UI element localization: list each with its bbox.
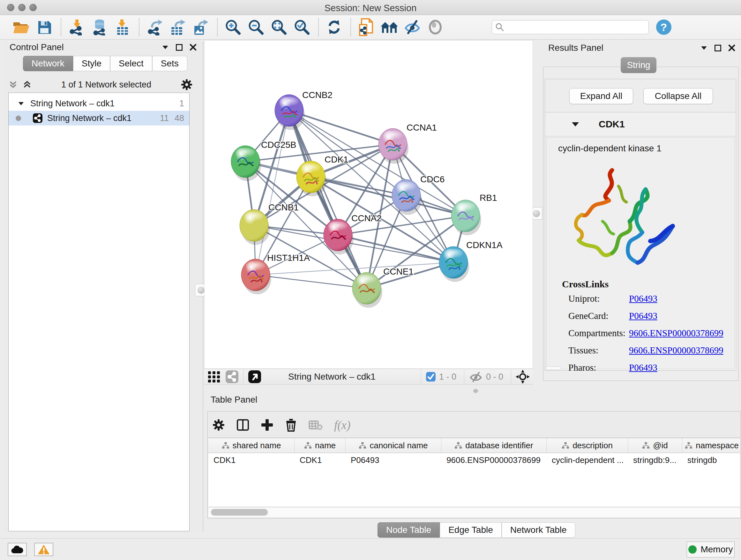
node-CCNE1[interactable] [352, 272, 382, 308]
table-cell[interactable]: 9606.ENSP00000378699 [441, 453, 547, 467]
float-panel-button[interactable] [162, 46, 168, 49]
table-toolbar: f(x) [212, 415, 350, 435]
table-cell[interactable]: CDK1 [208, 453, 294, 467]
export-image-button[interactable] [192, 18, 210, 37]
tab-edge-table[interactable]: Edge Table [440, 522, 502, 538]
table-cell[interactable]: stringdb [682, 453, 740, 467]
crosslinks-title: CrossLinks [562, 279, 609, 290]
home-button[interactable] [380, 18, 399, 37]
hidden-eye-icon[interactable] [469, 371, 483, 382]
node-CDK1[interactable] [296, 161, 327, 196]
import-string-network-button[interactable] [357, 18, 376, 37]
table-options-gear-icon[interactable] [212, 419, 225, 431]
crosslink-link[interactable]: P06493 [629, 362, 657, 373]
tab-sets[interactable]: Sets [152, 56, 187, 71]
node-result-header[interactable]: CDK1 [545, 112, 736, 136]
column-header-label: description [572, 441, 613, 450]
collapse-all-icon[interactable] [8, 80, 18, 89]
column-header-canonical-name[interactable]: canonical name [346, 438, 441, 453]
tab-network-table[interactable]: Network Table [502, 522, 576, 538]
export-table-button[interactable] [169, 18, 187, 37]
refresh-button[interactable] [325, 18, 343, 37]
column-header-name[interactable]: name [294, 438, 346, 453]
tab-style[interactable]: Style [73, 56, 110, 71]
zoom-in-button[interactable] [224, 18, 242, 37]
selected-checkbox-icon[interactable] [426, 372, 436, 382]
network-view-canvas[interactable]: CCNB2CCNA1CDC25BCDK1CDC6RB1CCNB1CCNA2CDK… [204, 40, 533, 369]
scrollbar-thumb[interactable] [211, 509, 268, 516]
horizontal-splitter-handle[interactable] [473, 389, 478, 393]
control-panel-title: Control Panel [10, 42, 64, 52]
import-table-button[interactable] [113, 18, 132, 37]
node-CDKN1A[interactable] [439, 246, 469, 282]
network-collection-row[interactable]: String Network – cdk1 1 [9, 96, 189, 111]
network-share-view-icon[interactable] [225, 370, 239, 383]
table-row[interactable]: CDK1CDK1P064939606.ENSP00000378699cyclin… [208, 453, 740, 467]
results-scrollbar[interactable] [546, 367, 561, 370]
cloud-status-button[interactable] [8, 543, 27, 556]
zoom-out-button[interactable] [247, 18, 265, 37]
help-button[interactable]: ? [655, 18, 673, 37]
save-session-button[interactable] [35, 18, 54, 37]
table-cell[interactable]: P06493 [346, 453, 441, 467]
expand-all-button[interactable]: Expand All [569, 88, 633, 104]
import-network-database-button[interactable] [90, 18, 109, 37]
edge-CCNA2-CDKN1A[interactable] [338, 235, 454, 262]
collection-expander-icon[interactable] [18, 102, 24, 105]
close-panel-button[interactable] [728, 44, 735, 51]
maximize-panel-button[interactable] [715, 45, 721, 51]
show-columns-icon[interactable] [237, 419, 249, 431]
column-header-description[interactable]: description [547, 438, 628, 453]
table-cell[interactable]: stringdb:9... [628, 453, 682, 467]
tab-network[interactable]: Network [23, 56, 73, 71]
result-expander-icon[interactable] [572, 122, 579, 126]
toolbar-search-field[interactable] [492, 20, 649, 34]
tab-node-table[interactable]: Node Table [378, 522, 440, 538]
search-input[interactable] [504, 22, 639, 33]
node-HIST1H1A[interactable] [241, 259, 271, 294]
network-row[interactable]: String Network – cdk1 11 48 [9, 111, 189, 125]
export-network-button[interactable] [145, 18, 164, 37]
tab-string[interactable]: String [621, 57, 657, 73]
hide-selected-button[interactable] [403, 18, 421, 37]
add-column-icon[interactable] [261, 419, 273, 431]
column-header-database-identifier[interactable]: database identifier [441, 438, 547, 453]
grid-view-icon[interactable] [207, 370, 221, 383]
table-cell[interactable]: CDK1 [294, 453, 346, 467]
memory-button[interactable]: Memory [687, 542, 735, 557]
maximize-panel-button[interactable] [176, 44, 183, 51]
edge-HIST1H1A-CCNE1[interactable] [256, 275, 367, 288]
tab-select[interactable]: Select [110, 56, 152, 71]
node-CCNA1[interactable] [379, 128, 408, 164]
crosslink-link[interactable]: 9606.ENSP00000378699 [629, 345, 724, 356]
node-CCNB2[interactable] [275, 95, 305, 130]
table-cell[interactable]: cyclin-dependent ... [547, 453, 628, 467]
zoom-selected-button[interactable] [293, 18, 311, 37]
warning-status-button[interactable] [34, 543, 53, 556]
pan-crosshair-icon[interactable] [516, 370, 530, 384]
node-RB1[interactable] [451, 200, 481, 235]
expand-all-icon[interactable] [22, 80, 32, 89]
crosslink-link[interactable]: P06493 [629, 294, 657, 304]
import-network-file-button[interactable] [67, 18, 86, 37]
network-options-gear-icon[interactable] [181, 78, 193, 91]
collapse-all-button[interactable]: Collapse All [643, 88, 713, 104]
delete-column-trash-icon[interactable] [285, 418, 297, 432]
column-header--id[interactable]: @id [628, 438, 682, 453]
float-panel-button[interactable] [701, 46, 707, 50]
network-graph[interactable]: CCNB2CCNA1CDC25BCDK1CDC6RB1CCNB1CCNA2CDK… [205, 41, 533, 368]
close-panel-button[interactable] [190, 44, 197, 51]
table-tabs: Node Table Edge Table Network Table [378, 522, 576, 538]
birdseye-view-icon[interactable] [248, 370, 261, 383]
node-CDC25B[interactable] [231, 145, 261, 181]
node-CCNA2[interactable] [324, 219, 354, 254]
network-view-toolbar: String Network – cdk1 1 - 0 0 - 0 [204, 369, 533, 385]
column-header-namespace[interactable]: namespace [682, 438, 740, 453]
open-session-button[interactable] [12, 18, 30, 37]
table-horizontal-scrollbar[interactable] [208, 507, 740, 517]
show-all-button[interactable] [426, 18, 445, 37]
crosslink-link[interactable]: P06493 [629, 311, 657, 321]
crosslink-link[interactable]: 9606.ENSP00000378699 [629, 328, 724, 338]
zoom-fit-button[interactable] [270, 18, 288, 37]
column-header-shared-name[interactable]: shared name [208, 438, 294, 453]
